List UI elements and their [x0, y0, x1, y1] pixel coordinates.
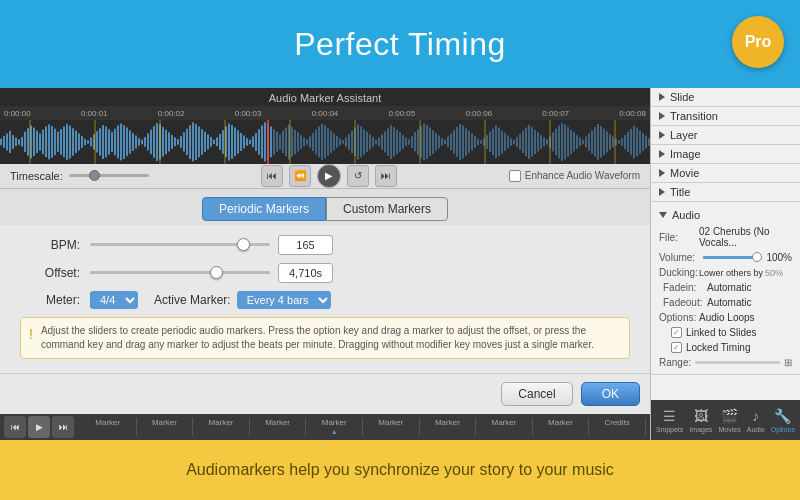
svg-rect-132: [393, 127, 395, 157]
svg-rect-66: [195, 124, 197, 160]
sidebar-item-transition[interactable]: Transition: [651, 107, 800, 125]
svg-rect-40: [117, 125, 119, 158]
toolbar-snippets[interactable]: ☰ Snippets: [656, 408, 683, 433]
audio-label: Audio: [672, 209, 700, 221]
svg-rect-145: [432, 130, 434, 154]
sidebar-item-layer[interactable]: Layer: [651, 126, 800, 144]
timescale-thumb[interactable]: [89, 170, 100, 181]
svg-rect-36: [105, 126, 107, 157]
svg-rect-125: [372, 137, 374, 147]
offset-value[interactable]: 4,710s: [278, 263, 333, 283]
volume-thumb[interactable]: [752, 252, 762, 262]
sidebar-item-audio[interactable]: Audio: [651, 206, 800, 224]
svg-rect-10: [27, 128, 29, 156]
skip-forward-button[interactable]: ⏭: [375, 165, 397, 187]
marker-select[interactable]: Every 4 bars Every 2 bars Every bar Ever…: [237, 291, 331, 309]
svg-rect-202: [603, 128, 605, 155]
movie-label: Movie: [670, 167, 699, 179]
svg-rect-31: [90, 137, 92, 146]
rewind-button[interactable]: ⏪: [289, 165, 311, 187]
controls-bar: Timescale: ⏮ ⏪ ▶ ↺ ⏭ Enhance Audio Wavef…: [0, 164, 650, 189]
svg-rect-159: [474, 136, 476, 148]
svg-rect-187: [558, 125, 560, 158]
svg-rect-124: [369, 134, 371, 149]
audio-fadein-row: Fadein: Automatic: [651, 280, 800, 295]
locked-checkbox[interactable]: ✓: [671, 342, 682, 353]
offset-row: Offset: 4,710s: [20, 263, 630, 283]
svg-rect-213: [636, 127, 638, 156]
toolbar-audio[interactable]: ♪ Audio: [747, 408, 765, 433]
svg-rect-147: [438, 135, 440, 148]
range-slider[interactable]: [695, 361, 780, 364]
audio-toolbar-icon: ♪: [752, 408, 759, 424]
right-sidebar: Slide Transition Layer Image Movie: [650, 88, 800, 440]
svg-rect-39: [114, 128, 116, 155]
tl-skip-back[interactable]: ⏮: [4, 416, 26, 438]
marker-item-6: Marker: [420, 418, 477, 436]
svg-rect-216: [645, 135, 647, 148]
enhance-checkbox[interactable]: [509, 170, 521, 182]
skip-back-button[interactable]: ⏮: [261, 165, 283, 187]
svg-rect-103: [306, 139, 308, 145]
linked-checkbox[interactable]: ✓: [671, 327, 682, 338]
svg-rect-28: [81, 136, 83, 148]
sidebar-item-movie[interactable]: Movie: [651, 164, 800, 182]
svg-rect-197: [588, 133, 590, 150]
offset-thumb[interactable]: [210, 266, 223, 279]
svg-rect-204: [609, 134, 611, 150]
timecode-0: 0:00:00: [4, 109, 31, 118]
svg-rect-2: [3, 136, 5, 148]
ok-button[interactable]: OK: [581, 382, 640, 406]
svg-rect-172: [513, 139, 515, 144]
sidebar-item-slide[interactable]: Slide: [651, 88, 800, 106]
snippets-label: Snippets: [656, 426, 683, 433]
bpm-slider[interactable]: [90, 243, 270, 246]
triangle-image: [659, 150, 665, 158]
meter-select[interactable]: 4/4 3/4 6/8: [90, 291, 138, 309]
play-button[interactable]: ▶: [317, 164, 341, 188]
loop-button[interactable]: ↺: [347, 165, 369, 187]
bpm-thumb[interactable]: [237, 238, 250, 251]
toolbar-movies[interactable]: 🎬 Movies: [718, 408, 740, 433]
range-stepper[interactable]: ⊞: [784, 357, 792, 368]
tl-play[interactable]: ▶: [28, 416, 50, 438]
sidebar-item-image[interactable]: Image: [651, 145, 800, 163]
offset-slider[interactable]: [90, 271, 270, 274]
svg-rect-67: [198, 126, 200, 157]
svg-rect-88: [261, 125, 263, 158]
timescale-slider[interactable]: [69, 174, 149, 177]
marker-item-8: Marker: [533, 418, 590, 436]
svg-rect-161: [480, 140, 482, 144]
marker-item-5: Marker: [363, 418, 420, 436]
svg-rect-185: [552, 132, 554, 151]
volume-slider[interactable]: [703, 256, 762, 259]
svg-rect-19: [54, 128, 56, 155]
svg-rect-212: [633, 125, 635, 158]
svg-rect-7: [18, 139, 20, 145]
bpm-value[interactable]: 165: [278, 235, 333, 255]
audio-fadeout-row: Fadeout: Automatic: [651, 295, 800, 310]
svg-rect-154: [459, 124, 461, 160]
svg-rect-195: [582, 139, 584, 144]
toolbar-options[interactable]: 🔧 Options: [771, 408, 795, 433]
svg-rect-117: [348, 134, 350, 150]
cancel-button[interactable]: Cancel: [501, 382, 572, 406]
svg-rect-208: [621, 138, 623, 146]
svg-rect-142: [423, 123, 425, 160]
timecode-4: 0:00:04: [312, 109, 339, 118]
svg-rect-150: [447, 136, 449, 147]
svg-rect-152: [453, 130, 455, 154]
svg-rect-44: [129, 130, 131, 154]
svg-rect-192: [573, 132, 575, 151]
tl-skip-fwd[interactable]: ⏭: [52, 416, 74, 438]
svg-rect-55: [162, 127, 164, 157]
tab-custom[interactable]: Custom Markers: [326, 197, 448, 221]
sidebar-item-title[interactable]: Title: [651, 183, 800, 201]
toolbar-images[interactable]: 🖼 Images: [689, 408, 712, 433]
svg-rect-105: [312, 133, 314, 151]
app-container: Audio Marker Assistant 0:00:00 0:00:01 0…: [0, 88, 800, 440]
svg-rect-104: [309, 136, 311, 148]
svg-rect-131: [390, 125, 392, 159]
tab-periodic[interactable]: Periodic Markers: [202, 197, 326, 221]
svg-rect-190: [567, 127, 569, 157]
